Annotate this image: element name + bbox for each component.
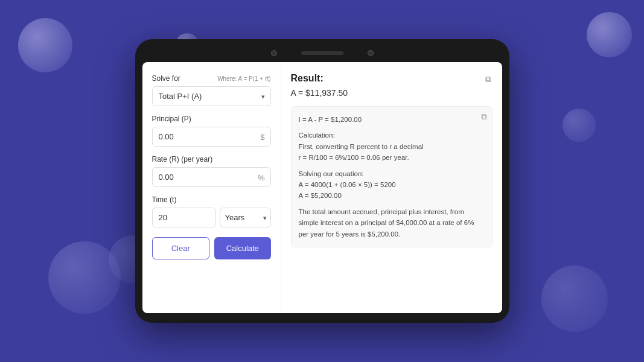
detail-line-1: I = A - P = $1,200.00 bbox=[299, 114, 485, 125]
detail-line-solving: Solving our equation: A = 4000(1 + (0.06… bbox=[299, 168, 485, 202]
result-header: Result: bbox=[291, 73, 493, 86]
result-main-value: A = $11,937.50 bbox=[291, 88, 493, 98]
tablet-top-bar bbox=[135, 50, 509, 56]
rate-group: Rate (R) (per year) % bbox=[152, 155, 271, 187]
result-title: Result: bbox=[291, 73, 324, 84]
principal-group: Principal (P) $ bbox=[152, 115, 271, 147]
time-label: Time (t) bbox=[152, 195, 271, 204]
bg-orb-3 bbox=[587, 12, 632, 57]
detail-line-calculation: Calculation: First, converting R percent… bbox=[299, 130, 485, 163]
calculate-button[interactable]: Calculate bbox=[214, 237, 271, 259]
bg-orb-7 bbox=[563, 109, 596, 142]
copy-detail-icon bbox=[481, 112, 487, 121]
time-group: Time (t) Years Months Days ▾ bbox=[152, 195, 271, 227]
tablet-camera bbox=[271, 50, 277, 56]
result-detail-box: I = A - P = $1,200.00 Calculation: First… bbox=[291, 106, 493, 247]
rate-input-wrapper: % bbox=[152, 167, 271, 187]
principal-label: Principal (P) bbox=[152, 115, 271, 123]
solve-for-header: Solve for Where: A = P(1 + rt) bbox=[152, 74, 271, 83]
time-input-wrapper bbox=[152, 208, 216, 227]
rate-label: Rate (R) (per year) bbox=[152, 155, 271, 164]
rate-input[interactable] bbox=[152, 167, 271, 187]
tablet-mic bbox=[368, 50, 374, 56]
tablet-device: Solve for Where: A = P(1 + rt) Total P+I… bbox=[135, 39, 509, 323]
copy-detail-button[interactable] bbox=[481, 112, 487, 122]
clear-button[interactable]: Clear bbox=[152, 237, 210, 259]
time-unit-select[interactable]: Years Months Days bbox=[220, 208, 271, 227]
solve-for-label: Solve for bbox=[152, 74, 180, 83]
time-input[interactable] bbox=[152, 208, 216, 227]
solve-for-select-wrapper[interactable]: Total P+I (A) Principal (P) Rate (R) Tim… bbox=[152, 86, 271, 106]
solve-for-group: Solve for Where: A = P(1 + rt) Total P+I… bbox=[152, 74, 271, 106]
time-unit-select-wrapper[interactable]: Years Months Days ▾ bbox=[220, 208, 271, 227]
solve-for-select[interactable]: Total P+I (A) Principal (P) Rate (R) Tim… bbox=[152, 86, 271, 106]
button-row: Clear Calculate bbox=[152, 237, 271, 259]
result-detail-text: I = A - P = $1,200.00 Calculation: First… bbox=[299, 114, 485, 240]
principal-input[interactable] bbox=[152, 127, 271, 147]
principal-input-wrapper: $ bbox=[152, 127, 271, 147]
time-row: Years Months Days ▾ bbox=[152, 208, 271, 227]
detail-line-summary: The total amount accrued, principal plus… bbox=[299, 206, 485, 240]
result-panel: Result: A = $11,937.50 I = A - P = $1,20… bbox=[281, 62, 502, 313]
copy-result-icon bbox=[485, 74, 491, 84]
formula-note: Where: A = P(1 + rt) bbox=[217, 75, 270, 82]
tablet-speaker bbox=[301, 51, 343, 55]
calculator-panel: Solve for Where: A = P(1 + rt) Total P+I… bbox=[142, 62, 281, 313]
copy-result-button[interactable] bbox=[484, 73, 493, 86]
tablet-screen: Solve for Where: A = P(1 + rt) Total P+I… bbox=[142, 62, 502, 313]
bg-orb-1 bbox=[18, 18, 72, 72]
bg-orb-6 bbox=[541, 265, 608, 332]
